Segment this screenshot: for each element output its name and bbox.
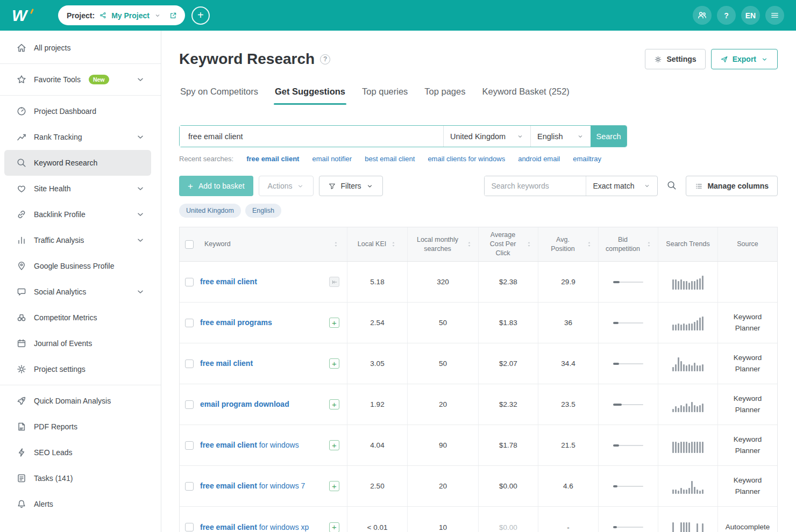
project-name: My Project bbox=[111, 11, 150, 20]
sidebar-item-favorite-tools[interactable]: Favorite ToolsNew bbox=[4, 67, 151, 92]
add-keyword-button[interactable]: + bbox=[329, 358, 339, 369]
sidebar-item-google-business-profile[interactable]: Google Business Profile bbox=[4, 253, 151, 279]
recent-search-link[interactable]: best email client bbox=[365, 155, 415, 163]
add-keyword-button[interactable]: + bbox=[329, 318, 339, 328]
language-button[interactable]: EN bbox=[741, 6, 760, 25]
keyword-link[interactable]: free mail client bbox=[200, 358, 253, 369]
select-all-checkbox[interactable] bbox=[185, 240, 194, 249]
keyword-text: free email programs bbox=[200, 318, 272, 327]
row-checkbox[interactable] bbox=[185, 360, 194, 368]
page-help-icon[interactable]: ? bbox=[320, 54, 330, 64]
search-keywords-input[interactable] bbox=[485, 176, 586, 196]
sidebar-item-project-dashboard[interactable]: Project Dashboard bbox=[4, 98, 151, 124]
match-mode-select[interactable]: Exact match bbox=[586, 176, 657, 196]
add-keyword-button[interactable]: + bbox=[329, 522, 339, 532]
tab-keyword-basket-252[interactable]: Keyword Basket (252) bbox=[481, 80, 570, 105]
logo[interactable]: W bbox=[12, 6, 40, 25]
remove-from-basket-button[interactable] bbox=[329, 277, 339, 287]
menu-button[interactable] bbox=[765, 6, 784, 25]
keyword-link[interactable]: free email client for windows xp bbox=[200, 522, 309, 532]
settings-button[interactable]: Settings bbox=[645, 49, 705, 69]
table-body: free email client5.18320$2.3829.9free em… bbox=[180, 262, 777, 532]
sidebar-item-traffic-analysis[interactable]: Traffic Analysis bbox=[4, 227, 151, 253]
sidebar-item-rank-tracking[interactable]: Rank Tracking bbox=[4, 124, 151, 150]
add-keyword-button[interactable]: + bbox=[329, 399, 339, 409]
sidebar-item-site-health[interactable]: Site Health bbox=[4, 176, 151, 202]
export-button[interactable]: Export bbox=[711, 49, 778, 69]
add-keyword-button[interactable]: + bbox=[329, 481, 339, 491]
sidebar-item-social-analytics[interactable]: Social Analytics bbox=[4, 279, 151, 305]
tab-spy-on-competitors[interactable]: Spy on Competitors bbox=[179, 80, 259, 105]
column-header-bid-competition[interactable]: Bid competition bbox=[598, 227, 658, 261]
language-select[interactable]: English bbox=[530, 126, 591, 147]
row-checkbox[interactable] bbox=[185, 441, 194, 450]
column-header-local-monthly-searches[interactable]: Local monthly searches bbox=[407, 227, 478, 261]
sidebar-item-all-projects[interactable]: All projects bbox=[4, 35, 151, 61]
row-checkbox[interactable] bbox=[185, 482, 194, 491]
country-select[interactable]: United Kingdom bbox=[443, 126, 530, 147]
sidebar-item-quick-domain-analysis[interactable]: Quick Domain Analysis bbox=[4, 388, 151, 414]
row-checkbox[interactable] bbox=[185, 278, 194, 286]
search-keywords-button[interactable] bbox=[666, 180, 678, 192]
sidebar-item-backlink-profile[interactable]: Backlink Profile bbox=[4, 202, 151, 227]
sidebar-item-pdf-reports[interactable]: PDF Reports bbox=[4, 414, 151, 440]
trend-bar bbox=[696, 365, 698, 371]
filters-button[interactable]: Filters bbox=[319, 176, 382, 196]
trend-bar bbox=[672, 490, 674, 494]
row-select-cell bbox=[180, 262, 199, 302]
chevron-down-icon bbox=[366, 182, 374, 190]
avg-position-cell: 21.5 bbox=[538, 425, 598, 465]
sidebar-item-alerts[interactable]: Alerts bbox=[4, 491, 151, 517]
sidebar-item-seo-leads[interactable]: SEO Leads bbox=[4, 440, 151, 465]
column-header-avg-position[interactable]: Avg. Position bbox=[538, 227, 598, 261]
bid-fill bbox=[613, 526, 617, 528]
tab-top-pages[interactable]: Top pages bbox=[423, 80, 466, 105]
open-project-icon[interactable] bbox=[169, 11, 177, 20]
filter-chip-united-kingdom[interactable]: United Kingdom bbox=[179, 204, 241, 218]
filter-chip-english[interactable]: English bbox=[245, 204, 281, 218]
recent-search-link[interactable]: free email client bbox=[246, 155, 299, 163]
project-selector[interactable]: Project: My Project bbox=[58, 5, 185, 25]
search-button[interactable]: Search bbox=[591, 126, 627, 147]
sidebar-item-competitor-metrics[interactable]: Competitor Metrics bbox=[4, 305, 151, 330]
sidebar-item-tasks-141[interactable]: Tasks (141) bbox=[4, 465, 151, 491]
table-row: free email client for windows xp+< 0.011… bbox=[180, 507, 777, 532]
add-keyword-button[interactable]: + bbox=[329, 440, 339, 450]
table-row: email program download+1.9220$2.3223.5Ke… bbox=[180, 384, 777, 425]
keyword-link[interactable]: free email client for windows bbox=[200, 440, 299, 450]
add-to-basket-button[interactable]: + Add to basket bbox=[179, 176, 253, 196]
row-checkbox[interactable] bbox=[185, 400, 194, 409]
source-cell: Keyword Planner bbox=[717, 466, 777, 506]
keyword-link[interactable]: free email client for windows 7 bbox=[200, 480, 305, 491]
keyword-link[interactable]: free email programs bbox=[200, 317, 272, 328]
add-project-button[interactable]: + bbox=[191, 6, 210, 25]
trend-bar bbox=[696, 279, 698, 289]
row-checkbox[interactable] bbox=[185, 319, 194, 327]
column-header-local-kei[interactable]: Local KEI bbox=[347, 227, 407, 261]
trend-bar bbox=[702, 490, 703, 494]
keyword-link[interactable]: free email client bbox=[200, 276, 257, 287]
sidebar-item-project-settings[interactable]: Project settings bbox=[4, 356, 151, 382]
keyword-link[interactable]: email program download bbox=[200, 399, 289, 409]
row-checkbox[interactable] bbox=[185, 523, 194, 531]
search-query-input[interactable] bbox=[180, 126, 443, 147]
manage-columns-button[interactable]: Manage columns bbox=[686, 176, 778, 196]
sidebar-item-keyword-research[interactable]: Keyword Research bbox=[4, 150, 151, 176]
tab-get-suggestions[interactable]: Get Suggestions bbox=[274, 80, 346, 105]
column-header-average-cost-per-click[interactable]: Average Cost Per Click bbox=[478, 227, 538, 261]
recent-search-link[interactable]: emailtray bbox=[573, 155, 601, 163]
tab-top-queries[interactable]: Top queries bbox=[361, 80, 409, 105]
trend-bar bbox=[686, 281, 687, 290]
recent-search-link[interactable]: email notifier bbox=[312, 155, 352, 163]
sidebar-item-label: Journal of Events bbox=[34, 339, 92, 348]
sidebar-item-journal-of-events[interactable]: Journal of Events bbox=[4, 330, 151, 356]
recent-search-link[interactable]: email clients for windows bbox=[428, 155, 505, 163]
column-header-keyword[interactable]: Keyword bbox=[199, 227, 347, 261]
column-header-label: Search Trends bbox=[666, 240, 709, 249]
settings-label: Settings bbox=[666, 55, 696, 63]
actions-button[interactable]: Actions bbox=[259, 176, 314, 196]
users-button[interactable] bbox=[693, 6, 712, 25]
recent-search-link[interactable]: android email bbox=[518, 155, 560, 163]
help-button[interactable]: ? bbox=[717, 6, 736, 25]
source-cell: Keyword Planner bbox=[717, 303, 777, 343]
